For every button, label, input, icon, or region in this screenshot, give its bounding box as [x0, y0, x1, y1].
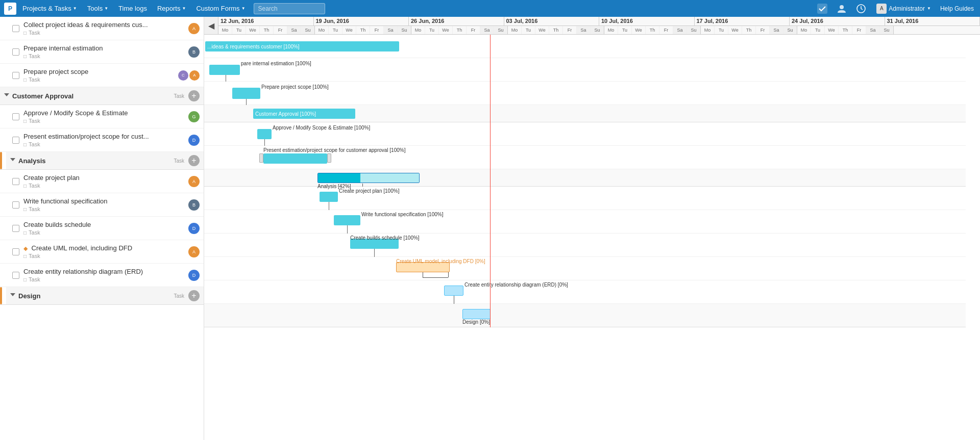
task-checkbox[interactable]: [12, 72, 19, 79]
search-input[interactable]: [254, 3, 325, 14]
task-name: Prepare internal estimation: [23, 44, 188, 52]
gantt-day-row: Mo Tu We Th Fr Sa Su Mo Tu We Th Fr Sa S…: [218, 26, 980, 34]
task-row[interactable]: Prepare internal estimation □ Task B: [0, 40, 204, 64]
task-checkbox[interactable]: [12, 248, 19, 255]
collapse-triangle-icon[interactable]: [4, 93, 9, 99]
gantt-scroll-left-btn[interactable]: ◀: [204, 17, 218, 34]
task-row[interactable]: Present estimation/project scope for cus…: [0, 128, 204, 152]
chevron-down-icon: ▼: [927, 6, 931, 11]
gantt-week-cell: 10 Jul, 2016: [599, 17, 695, 25]
task-checkbox[interactable]: [12, 113, 19, 120]
gantt-row: Create UML model, including DFD [0%]: [204, 257, 966, 280]
group-header-design[interactable]: Design Task +: [6, 287, 204, 304]
gantt-week-cell: 24 Jul, 2016: [790, 17, 885, 25]
task-checkbox[interactable]: [12, 48, 19, 56]
task-checkbox[interactable]: [12, 225, 19, 232]
nav-tools[interactable]: Tools ▼: [83, 3, 112, 14]
gantt-bar-handle-right[interactable]: [327, 153, 331, 163]
avatar: G: [188, 111, 200, 122]
task-checkbox[interactable]: [12, 201, 19, 209]
gantt-bar-label-write-func: Write functional specification [100%]: [361, 212, 443, 217]
avatar: C: [178, 70, 188, 81]
collapse-triangle-icon[interactable]: [10, 158, 15, 164]
task-row[interactable]: Create project plan □ Task A: [0, 170, 204, 193]
task-row[interactable]: ◆ Create UML model, including DFD □ Task…: [0, 240, 204, 264]
warning-diamond-icon: ◆: [23, 245, 28, 251]
task-sub-label: Task: [29, 30, 40, 36]
task-checkbox[interactable]: [12, 272, 19, 279]
gantt-bar-label-internal: pare internal estimation [100%]: [241, 61, 311, 66]
task-row[interactable]: Approve / Modify Scope & Estimate □ Task…: [0, 105, 204, 128]
task-sub: □ Task: [23, 118, 188, 124]
group-sub: Task: [174, 93, 184, 99]
gantt-bar-approve[interactable]: [257, 129, 272, 139]
task-row[interactable]: Write functional specification □ Task B: [0, 193, 204, 217]
gantt-bar-label-present: Present estimation/project scope for cus…: [263, 147, 405, 153]
nav-custom-forms[interactable]: Custom Forms ▼: [192, 3, 249, 14]
collapse-triangle-icon[interactable]: [10, 293, 15, 299]
gantt-day-cell: Su: [783, 26, 797, 34]
gantt-bar-handle-left[interactable]: [259, 153, 263, 163]
gantt-bar-analysis[interactable]: [317, 173, 420, 183]
task-row[interactable]: Create builds schedule □ Task D: [0, 217, 204, 240]
task-checkbox[interactable]: [12, 178, 19, 185]
checkmark-icon[interactable]: [814, 2, 830, 16]
gantt-bar-present[interactable]: [263, 153, 327, 164]
task-name: Write functional specification: [23, 197, 188, 205]
gantt-day-cell: Fr: [274, 26, 287, 34]
gantt-day-cell: We: [342, 26, 356, 34]
person-icon[interactable]: [834, 2, 850, 16]
gantt-bar-write-func[interactable]: [334, 215, 360, 225]
gantt-connector: [264, 139, 265, 146]
group-header-customer-approval[interactable]: Customer Approval Task +: [0, 87, 204, 105]
avatar: +: [188, 155, 200, 166]
task-name: Present estimation/project scope for cus…: [23, 133, 188, 140]
task-row[interactable]: Prepare project scope □ Task C A: [0, 64, 204, 87]
gantt-bar-internal-estimation[interactable]: [209, 65, 240, 75]
task-name: Create project plan: [23, 174, 188, 182]
task-checkbox[interactable]: [12, 137, 19, 144]
gantt-day-cell: Su: [398, 26, 411, 34]
nav-projects-tasks[interactable]: Projects & Tasks ▼: [18, 3, 81, 14]
gantt-day-cell: Sa: [287, 26, 301, 34]
gantt-connector-v: [423, 272, 423, 277]
gantt-panel[interactable]: ◀ 12 Jun, 2016 19 Jun, 2016 26 Jun, 2016…: [204, 17, 980, 440]
admin-menu[interactable]: A Administrator ▼: [872, 2, 935, 16]
gantt-bar-project-plan[interactable]: [320, 192, 338, 202]
group-header-analysis[interactable]: Analysis Task +: [6, 152, 204, 169]
gantt-connector: [374, 249, 375, 257]
app-logo[interactable]: P: [4, 3, 16, 15]
task-row[interactable]: Create entity relationship diagram (ERD)…: [0, 264, 204, 287]
help-guides-link[interactable]: Help Guides: [938, 3, 976, 14]
admin-avatar: A: [876, 4, 887, 14]
avatar: D: [188, 223, 200, 234]
gantt-day-cell: Th: [839, 26, 852, 34]
gantt-bar-erd[interactable]: [444, 286, 463, 296]
task-sub: □ Task: [23, 76, 178, 83]
task-sub-label: Task: [29, 183, 40, 189]
task-sub: □ Task: [23, 53, 188, 59]
task-sub: □ Task: [23, 253, 188, 259]
task-row[interactable]: Collect project ideas & requirements cus…: [0, 17, 204, 40]
gantt-bar-label-scope: Prepare project scope [100%]: [261, 84, 329, 90]
orange-bar-indicator: [0, 287, 2, 304]
clock-icon[interactable]: [853, 2, 869, 16]
gantt-group-row-design: Design [0%]: [204, 304, 966, 327]
task-name: Approve / Modify Scope & Estimate: [23, 109, 188, 117]
nav-reports[interactable]: Reports ▼: [153, 3, 190, 14]
task-checkbox[interactable]: [12, 25, 19, 32]
gantt-bar-collect[interactable]: ...ideas & requirements customer [100%]: [205, 41, 399, 51]
nav-right-section: A Administrator ▼ Help Guides: [814, 2, 976, 16]
gantt-day-cell: Sa: [866, 26, 880, 34]
task-info: Create project plan □ Task: [23, 174, 188, 189]
gantt-bar-customer-approval[interactable]: Customer Approval [100%]: [253, 109, 355, 119]
gantt-row: Create project plan [100%]: [204, 187, 966, 210]
task-name: Collect project ideas & requirements cus…: [23, 21, 188, 29]
gantt-bar-project-scope[interactable]: [232, 88, 260, 99]
gantt-bar-design[interactable]: [462, 309, 491, 319]
avatar: A: [188, 176, 200, 187]
avatar: B: [188, 199, 200, 211]
gantt-day-cell: Tu: [811, 26, 825, 34]
nav-time-logs[interactable]: Time logs: [114, 3, 151, 14]
task-info: Present estimation/project scope for cus…: [23, 133, 188, 147]
